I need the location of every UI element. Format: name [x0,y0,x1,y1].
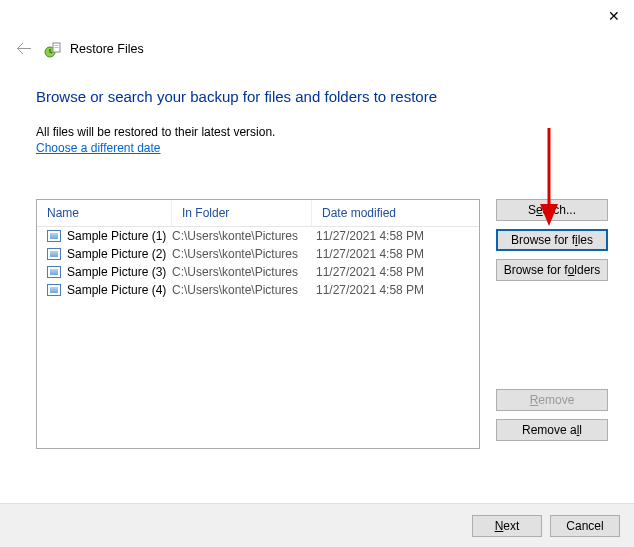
table-row[interactable]: Sample Picture (3)C:\Users\konte\Picture… [37,263,479,281]
cell-date: 11/27/2021 4:58 PM [312,265,479,279]
cell-folder: C:\Users\konte\Pictures [172,265,312,279]
column-name[interactable]: Name [37,200,172,226]
column-date[interactable]: Date modified [312,200,479,226]
image-file-icon [47,248,61,260]
cell-folder: C:\Users\konte\Pictures [172,247,312,261]
search-button[interactable]: Search... [496,199,608,221]
next-button[interactable]: Next [472,515,542,537]
browse-files-button[interactable]: Browse for files [496,229,608,251]
cell-date: 11/27/2021 4:58 PM [312,247,479,261]
cell-folder: C:\Users\konte\Pictures [172,283,312,297]
cell-name: Sample Picture (3) [37,265,172,279]
remove-all-button[interactable]: Remove all [496,419,608,441]
cell-folder: C:\Users\konte\Pictures [172,229,312,243]
table-row[interactable]: Sample Picture (1)C:\Users\konte\Picture… [37,227,479,245]
window-title: Restore Files [70,42,144,56]
cell-name: Sample Picture (4) [37,283,172,297]
choose-date-link[interactable]: Choose a different date [36,141,161,155]
image-file-icon [47,230,61,242]
browse-folders-button[interactable]: Browse for folders [496,259,608,281]
cell-name: Sample Picture (1) [37,229,172,243]
file-list[interactable]: Name In Folder Date modified Sample Pict… [36,199,480,449]
table-row[interactable]: Sample Picture (4)C:\Users\konte\Picture… [37,281,479,299]
page-heading: Browse or search your backup for files a… [36,88,608,105]
restore-files-icon [44,40,62,58]
back-arrow-icon[interactable]: 🡠 [12,40,36,58]
image-file-icon [47,284,61,296]
image-file-icon [47,266,61,278]
table-row[interactable]: Sample Picture (2)C:\Users\konte\Picture… [37,245,479,263]
svg-rect-2 [55,45,59,46]
svg-rect-3 [55,47,59,48]
cell-date: 11/27/2021 4:58 PM [312,229,479,243]
column-folder[interactable]: In Folder [172,200,312,226]
footer: Next Cancel [0,503,634,547]
file-list-header: Name In Folder Date modified [37,200,479,227]
cell-date: 11/27/2021 4:58 PM [312,283,479,297]
close-icon[interactable]: ✕ [608,8,620,24]
subtext: All files will be restored to their late… [36,125,608,139]
cell-name: Sample Picture (2) [37,247,172,261]
remove-button: Remove [496,389,608,411]
cancel-button[interactable]: Cancel [550,515,620,537]
